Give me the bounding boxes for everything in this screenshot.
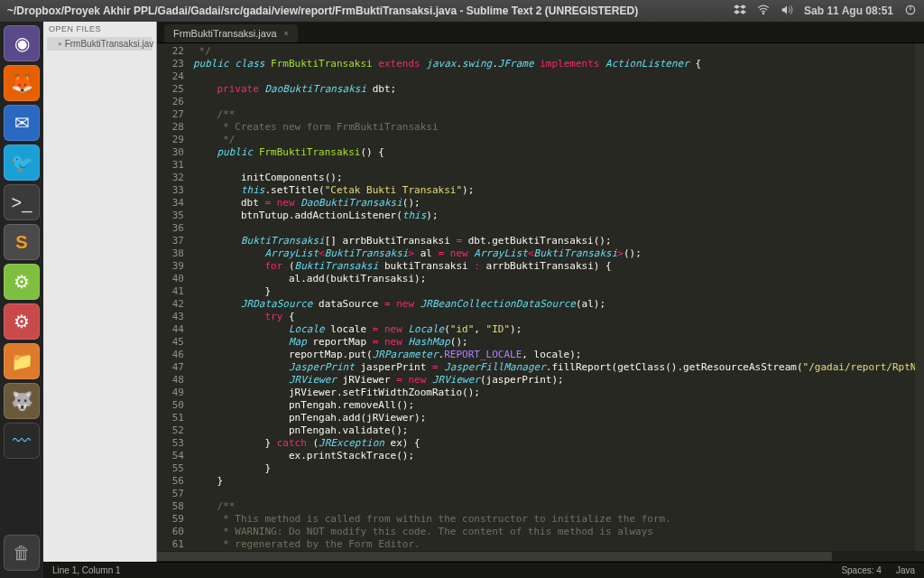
- clock[interactable]: Sab 11 Agu 08:51: [804, 5, 893, 17]
- launcher-terminal[interactable]: >_: [4, 184, 40, 220]
- launcher-app-blue[interactable]: 🐦: [4, 144, 40, 181]
- status-language[interactable]: Java: [896, 565, 915, 575]
- window-title: ~/Dropbox/Proyek Akhir PPL/Gadai/Gadai/s…: [7, 5, 734, 17]
- workspace: OPEN FILES × FrmBuktiTransaksi.jav FrmBu…: [43, 22, 924, 562]
- status-bar: Line 1, Column 1 Spaces: 4 Java: [43, 562, 924, 578]
- svg-point-0: [762, 13, 763, 14]
- launcher-trash[interactable]: 🗑: [4, 535, 40, 571]
- sidebar-section-title: OPEN FILES: [43, 22, 156, 36]
- launcher-app-red[interactable]: ⚙: [4, 303, 40, 340]
- scrollbar-thumb[interactable]: [157, 552, 832, 561]
- close-file-icon[interactable]: ×: [58, 40, 62, 48]
- wifi-icon[interactable]: [757, 4, 770, 19]
- sidebar-file-label: FrmBuktiTransaksi.jav: [65, 39, 154, 49]
- power-icon[interactable]: [904, 4, 917, 19]
- tab-label: FrmBuktiTransaksi.java: [173, 28, 277, 39]
- system-top-bar: ~/Dropbox/Proyek Akhir PPL/Gadai/Gadai/s…: [0, 0, 924, 22]
- line-gutter: 22 23 24 25 26 27 28 29 30 31 32 33 34 3…: [157, 43, 189, 551]
- sublime-window: OPEN FILES × FrmBuktiTransaksi.jav FrmBu…: [43, 22, 924, 578]
- volume-icon[interactable]: [781, 4, 793, 19]
- minimap[interactable]: [915, 43, 924, 551]
- launcher-firefox[interactable]: 🦊: [4, 65, 40, 101]
- code-content[interactable]: */ public class FrmBuktiTransaksi extend…: [189, 43, 915, 551]
- sidebar-file-item[interactable]: × FrmBuktiTransaksi.jav: [47, 37, 152, 51]
- tab-bar: FrmBuktiTransaksi.java ×: [157, 22, 924, 43]
- tab-close-icon[interactable]: ×: [284, 29, 289, 38]
- launcher-monitor[interactable]: 〰: [4, 423, 40, 459]
- code-editor[interactable]: 22 23 24 25 26 27 28 29 30 31 32 33 34 3…: [157, 43, 924, 551]
- status-position[interactable]: Line 1, Column 1: [52, 565, 841, 575]
- launcher-sublime[interactable]: S: [4, 224, 40, 260]
- launcher-files[interactable]: 📁: [4, 343, 40, 379]
- dropbox-icon[interactable]: [734, 4, 746, 19]
- unity-launcher: ◉ 🦊 ✉ 🐦 >_ S ⚙ ⚙ 📁 🐺 〰 🗑: [0, 22, 43, 578]
- editor-area: FrmBuktiTransaksi.java × 22 23 24 25 26 …: [157, 22, 924, 562]
- launcher-app-green[interactable]: ⚙: [4, 264, 40, 300]
- status-spaces[interactable]: Spaces: 4: [841, 565, 881, 575]
- launcher-thunderbird[interactable]: ✉: [4, 105, 40, 141]
- tab-active[interactable]: FrmBuktiTransaksi.java ×: [164, 24, 298, 42]
- system-indicators: Sab 11 Agu 08:51: [734, 4, 917, 19]
- launcher-dash[interactable]: ◉: [4, 25, 40, 61]
- sidebar: OPEN FILES × FrmBuktiTransaksi.jav: [43, 22, 157, 562]
- launcher-gimp[interactable]: 🐺: [4, 383, 40, 419]
- horizontal-scrollbar[interactable]: [157, 551, 924, 562]
